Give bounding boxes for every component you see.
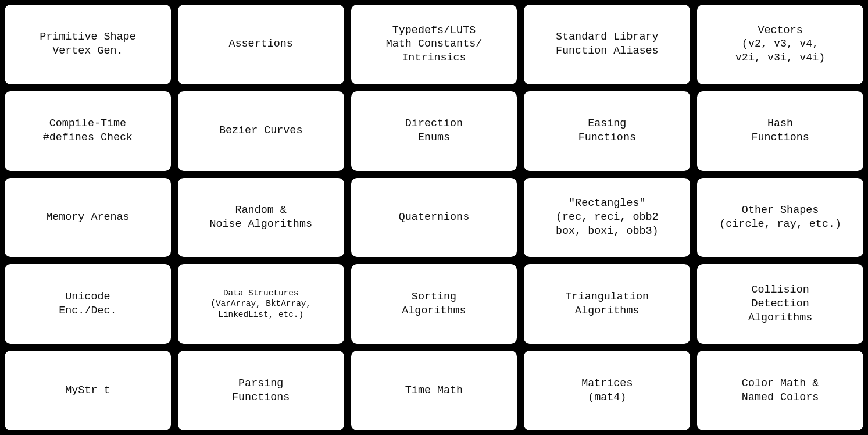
data-structures: Data Structures (VarArray, BktArray, Lin…	[177, 263, 345, 345]
memory-arenas: Memory Arenas	[3, 177, 172, 259]
hash-functions: Hash Functions	[696, 90, 865, 172]
collision-detection: Collision Detection Algorithms	[696, 263, 865, 345]
color-math: Color Math & Named Colors	[696, 350, 865, 432]
parsing-functions: Parsing Functions	[177, 350, 345, 432]
quaternions: Quaternions	[350, 177, 519, 259]
direction-enums: Direction Enums	[350, 90, 519, 172]
sorting-algorithms: Sorting Algorithms	[350, 263, 519, 345]
triangulation: Triangulation Algorithms	[523, 263, 691, 345]
vectors: Vectors (v2, v3, v4, v2i, v3i, v4i)	[696, 3, 865, 85]
easing-functions: Easing Functions	[523, 90, 691, 172]
primitive-shape: Primitive Shape Vertex Gen.	[3, 3, 172, 85]
typedefs: Typedefs/LUTS Math Constants/ Intrinsics	[350, 3, 519, 85]
other-shapes: Other Shapes (circle, ray, etc.)	[696, 177, 865, 259]
matrices: Matrices (mat4)	[523, 350, 691, 432]
main-grid: Primitive Shape Vertex Gen.AssertionsTyp…	[0, 0, 868, 435]
bezier-curves: Bezier Curves	[177, 90, 345, 172]
assertions: Assertions	[177, 3, 345, 85]
rectangles: "Rectangles" (rec, reci, obb2 box, boxi,…	[523, 177, 691, 259]
random-noise: Random & Noise Algorithms	[177, 177, 345, 259]
compile-time: Compile-Time #defines Check	[3, 90, 172, 172]
mystr-t: MyStr_t	[3, 350, 172, 432]
time-math: Time Math	[350, 350, 519, 432]
standard-library: Standard Library Function Aliases	[523, 3, 691, 85]
unicode: Unicode Enc./Dec.	[3, 263, 172, 345]
